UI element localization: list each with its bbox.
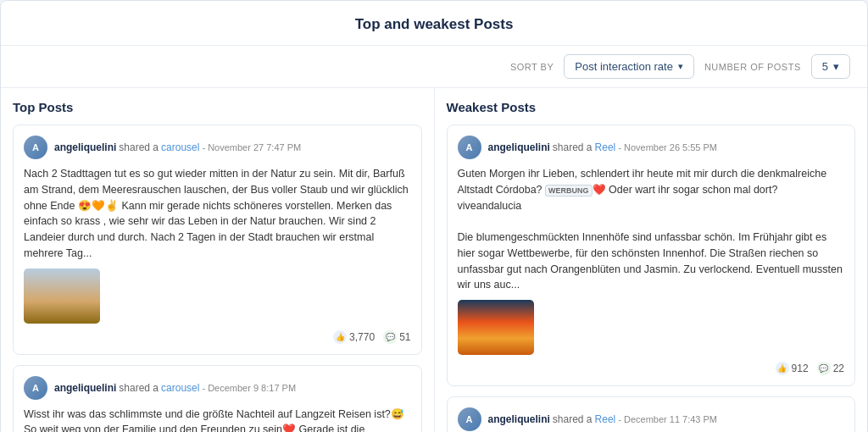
- post-meta-1: angeliquelini shared a carousel - Novemb…: [54, 141, 301, 153]
- controls-bar: SORT BY Post interaction rate ▾ NUMBER O…: [1, 46, 867, 88]
- weak-post-stats-1: 👍 912 💬 22: [458, 362, 845, 375]
- weak-avatar-2: A: [458, 407, 481, 431]
- post-date-1: - November 27 7:47 PM: [202, 142, 301, 152]
- post-header-2: A angeliquelini shared a carousel - Dece…: [24, 376, 411, 400]
- page-header: Top and weakest Posts: [1, 1, 867, 46]
- top-post-card-2: A angeliquelini shared a carousel - Dece…: [13, 365, 422, 433]
- weak-shared-text-1: shared a: [553, 141, 593, 153]
- post-body-2: Wisst ihr was das schlimmste und die grö…: [24, 407, 411, 433]
- weak-post-body-1: Guten Morgen ihr Lieben, schlendert ihr …: [458, 166, 845, 293]
- weak-post-date-1: - November 26 5:55 PM: [618, 142, 717, 152]
- sort-by-value: Post interaction rate: [575, 60, 673, 73]
- weak-post-date-2: - December 11 7:43 PM: [618, 414, 717, 424]
- weakest-posts-column: Weakest Posts A angeliquelini shared a R…: [435, 88, 868, 432]
- weak-shared-text-2: shared a: [553, 413, 593, 425]
- werbung-badge: WERBUNG: [545, 185, 593, 197]
- weak-post-meta-1: angeliquelini shared a Reel - November 2…: [488, 141, 718, 153]
- columns-container: Top Posts A angeliquelini shared a carou…: [1, 88, 867, 432]
- post-date-2: - December 9 8:17 PM: [202, 383, 296, 393]
- avatar-2: A: [24, 376, 47, 400]
- shared-text-2: shared a: [119, 382, 159, 394]
- post-type-1: carousel: [161, 141, 199, 153]
- weak-post-meta-2: angeliquelini shared a Reel - December 1…: [488, 413, 718, 425]
- post-body-1: Nach 2 Stadttagen tut es so gut wieder m…: [24, 166, 411, 262]
- username-2: angeliquelini: [54, 382, 116, 394]
- number-of-posts-dropdown[interactable]: 5 ▾: [811, 54, 850, 79]
- post-image-1: [24, 269, 100, 324]
- weak-avatar-1: A: [458, 136, 481, 159]
- top-posts-title: Top Posts: [13, 100, 422, 114]
- likes-stat-1: 👍 3,770: [333, 330, 375, 344]
- weak-likes-stat-1: 👍 912: [776, 362, 809, 375]
- weak-comments-count-1: 22: [833, 363, 844, 374]
- number-of-posts-value: 5: [822, 60, 828, 73]
- top-post-card-1: A angeliquelini shared a carousel - Nove…: [13, 125, 422, 355]
- weak-username-1: angeliquelini: [488, 141, 550, 153]
- avatar-1: A: [24, 136, 47, 159]
- post-type-2: carousel: [161, 382, 199, 394]
- page-title: Top and weakest Posts: [18, 16, 850, 33]
- username-1: angeliquelini: [54, 141, 116, 153]
- weak-likes-icon-1: 👍: [776, 362, 789, 375]
- post-stats-1: 👍 3,770 💬 51: [24, 330, 411, 344]
- weak-username-2: angeliquelini: [488, 413, 550, 425]
- weak-post-type-2: Reel: [595, 413, 616, 425]
- top-posts-column: Top Posts A angeliquelini shared a carou…: [1, 88, 435, 432]
- comments-stat-1: 💬 51: [383, 330, 410, 344]
- comments-icon-1: 💬: [383, 330, 397, 344]
- number-chevron-icon: ▾: [833, 60, 839, 73]
- weak-post-type-1: Reel: [595, 141, 616, 153]
- post-meta-2: angeliquelini shared a carousel - Decemb…: [54, 382, 296, 394]
- heart-emoji: ❤️: [593, 184, 606, 196]
- weak-post-header-1: A angeliquelini shared a Reel - November…: [458, 136, 845, 159]
- weak-post-image-1: [458, 300, 534, 355]
- sort-by-label: SORT BY: [510, 62, 554, 72]
- sort-chevron-icon: ▾: [678, 61, 683, 72]
- weak-post-card-2: A angeliquelini shared a Reel - December…: [447, 396, 856, 432]
- number-of-posts-label: NUMBER OF POSTS: [704, 62, 801, 72]
- weak-comments-stat-1: 💬 22: [817, 362, 844, 375]
- sort-by-dropdown[interactable]: Post interaction rate ▾: [564, 54, 694, 79]
- shared-text-1: shared a: [119, 141, 159, 153]
- likes-icon-1: 👍: [333, 330, 347, 344]
- weak-post-header-2: A angeliquelini shared a Reel - December…: [458, 407, 845, 431]
- post-header-1: A angeliquelini shared a carousel - Nove…: [24, 136, 411, 159]
- likes-count-1: 3,770: [349, 331, 375, 343]
- comments-count-1: 51: [399, 331, 410, 343]
- weak-comments-icon-1: 💬: [817, 362, 831, 375]
- weakest-posts-title: Weakest Posts: [447, 100, 856, 114]
- weak-likes-count-1: 912: [792, 363, 809, 374]
- weak-post-card-1: A angeliquelini shared a Reel - November…: [447, 125, 856, 386]
